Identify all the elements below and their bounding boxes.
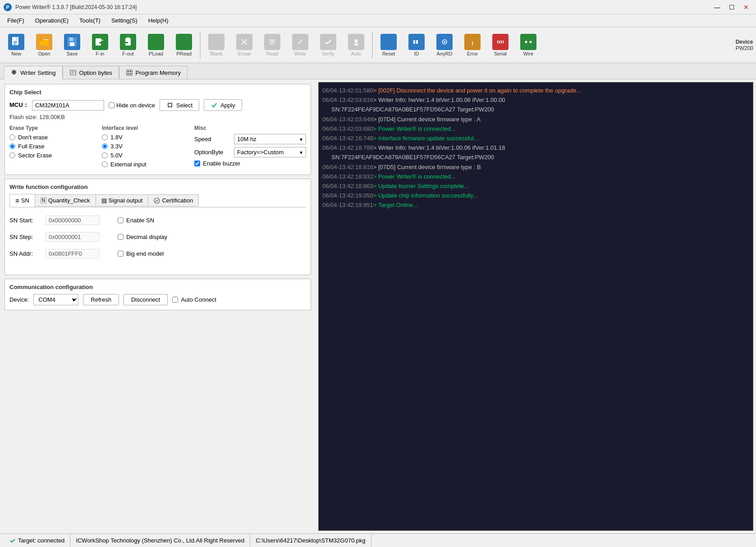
toolbar-open-button[interactable]: Open <box>31 30 58 60</box>
big-end-checkbox[interactable] <box>118 251 124 257</box>
connected-icon <box>9 537 16 544</box>
v50-radio[interactable] <box>102 152 108 158</box>
svg-rect-49 <box>499 41 500 43</box>
svg-rect-10 <box>70 42 74 46</box>
gear-icon <box>10 69 18 76</box>
buzzer-label: Enable buzzer <box>203 160 240 167</box>
toolbar-fout-button[interactable]: F-out <box>115 30 142 60</box>
toolbar-pload-button[interactable]: PLoad <box>142 30 170 60</box>
log-line: 06/04-13:42:03:680> Power Writer® is con… <box>322 124 749 134</box>
svg-rect-65 <box>169 104 171 106</box>
hide-device-checkbox[interactable] <box>109 102 115 108</box>
device-info: Device PW200 <box>736 39 753 51</box>
erase-sector-radio[interactable] <box>9 152 15 158</box>
sn-step-value: 0x00000001 <box>46 232 100 242</box>
refresh-button[interactable]: Refresh <box>83 294 119 305</box>
svg-rect-40 <box>413 40 415 44</box>
speed-label: Speed <box>194 136 230 142</box>
chip-select-title: Chip Select <box>9 89 306 96</box>
erase-full-radio[interactable] <box>9 143 15 149</box>
tab-program-memory-label: Program Memory <box>136 69 181 76</box>
read-label: Read <box>266 51 278 56</box>
comm-title: Communication configuration <box>9 284 306 290</box>
mcu-input[interactable] <box>32 100 104 110</box>
svg-rect-30 <box>270 43 273 44</box>
log-line: 06/04-13:42:01:580> [002F] Disconnect th… <box>322 86 749 96</box>
toolbar-fin-button[interactable]: F-in <box>87 30 114 60</box>
svg-rect-50 <box>501 41 502 43</box>
toolbar-error-button[interactable]: ! Error <box>459 30 486 60</box>
menu-operation[interactable]: Operation(E) <box>30 15 74 26</box>
wire-icon <box>520 34 536 50</box>
toolbar-id-button[interactable]: ID <box>403 30 430 60</box>
erase-none-radio[interactable] <box>9 134 15 140</box>
apply-button[interactable]: Apply <box>204 99 242 111</box>
svg-marker-16 <box>125 37 131 38</box>
vext-radio[interactable] <box>102 161 108 167</box>
menu-bar: File(F) Operation(E) Tools(T) Setting(S)… <box>0 14 756 27</box>
target-status: Target: connected <box>4 534 70 547</box>
toolbar-separator-2 <box>372 32 373 59</box>
svg-rect-37 <box>354 43 358 46</box>
anyrd-icon <box>436 34 453 50</box>
close-button[interactable]: ✕ <box>740 2 752 12</box>
reset-label: Reset <box>382 51 395 56</box>
toolbar-separator-1 <box>200 32 201 59</box>
chip-icon <box>166 101 174 109</box>
device-value: PW200 <box>736 45 753 51</box>
minimize-button[interactable]: — <box>711 2 724 12</box>
erase-full-label: Full Erase <box>18 143 45 150</box>
copyright-status: ICWorkShop Technology (Shenzhen) Co., Lt… <box>70 534 250 547</box>
status-bar: Target: connected ICWorkShop Technology … <box>0 533 756 547</box>
toolbar-new-button[interactable]: New <box>3 30 30 60</box>
maximize-button[interactable]: ☐ <box>725 2 738 12</box>
write-tab-sn[interactable]: ≡ SN <box>9 194 35 207</box>
tab-program-memory[interactable]: Program Memory <box>119 66 188 79</box>
write-tab-signal[interactable]: ▤ Signal output <box>96 194 149 207</box>
v18-radio[interactable] <box>102 134 108 140</box>
enable-sn-checkbox[interactable] <box>118 217 124 223</box>
svg-rect-51 <box>503 41 504 43</box>
flash-size-value: 128.00KB <box>39 114 65 120</box>
menu-help[interactable]: Help(H) <box>143 15 174 26</box>
speed-select[interactable]: 10M hz 5M hz 1M hz <box>234 134 306 144</box>
toolbar-save-button[interactable]: Save <box>59 30 86 60</box>
verify-icon <box>320 34 336 50</box>
toolbar-pread-button[interactable]: PRead <box>170 30 197 60</box>
decimal-display-checkbox[interactable] <box>118 234 124 240</box>
buzzer-checkbox[interactable] <box>194 161 200 166</box>
svg-rect-62 <box>128 73 129 74</box>
interface-level-title: Interface level <box>102 125 187 131</box>
disconnect-button[interactable]: Disconnect <box>124 294 168 305</box>
svg-rect-29 <box>270 41 275 42</box>
optionbyte-select[interactable]: Factory=>Custom Keep <box>234 147 306 157</box>
menu-setting[interactable]: Setting(S) <box>106 15 143 26</box>
pload-icon <box>148 34 164 50</box>
toolbar-reset-button[interactable]: Reset <box>375 30 402 60</box>
menu-file[interactable]: File(F) <box>2 15 30 26</box>
toolbar-wire-button[interactable]: Wire <box>515 30 542 60</box>
comm-device-select[interactable]: COM4 COM1 COM2 COM3 <box>33 294 78 305</box>
mcu-label: MCU： <box>9 101 27 109</box>
menu-tools[interactable]: Tools(T) <box>74 15 106 26</box>
toolbar-verify-button: Verify <box>315 30 342 60</box>
svg-marker-14 <box>103 41 105 44</box>
verify-label: Verify <box>322 51 334 56</box>
select-button[interactable]: Select <box>160 99 199 111</box>
misc-title: Misc <box>194 125 306 131</box>
svg-rect-7 <box>40 39 43 41</box>
tab-option-bytes[interactable]: Option bytes <box>63 66 119 79</box>
erase-type-section: Erase Type Don't erase Full Erase Sector… <box>9 125 95 170</box>
log-line: 06/04-13:42:18:863> Update burner Settin… <box>322 182 749 191</box>
auto-connect-checkbox[interactable] <box>172 297 178 303</box>
log-line: 06/04-13:42:03:616> Writer Info: hwVer:1… <box>322 96 749 105</box>
toolbar-anyrd-button[interactable]: AnyRD <box>431 30 458 60</box>
wire-label: Wire <box>523 51 534 56</box>
svg-rect-59 <box>127 70 132 75</box>
toolbar-serial-button[interactable]: Serial <box>487 30 514 60</box>
write-tab-cert[interactable]: Certification <box>148 194 199 207</box>
file-path-status: C:\Users\64217\Desktop\STM32G070.pkg <box>250 534 371 547</box>
v33-radio[interactable] <box>102 143 108 149</box>
write-tab-quantity[interactable]: N Quantity_Check <box>35 194 96 207</box>
tab-writer-setting[interactable]: Writer Setting <box>4 66 63 79</box>
